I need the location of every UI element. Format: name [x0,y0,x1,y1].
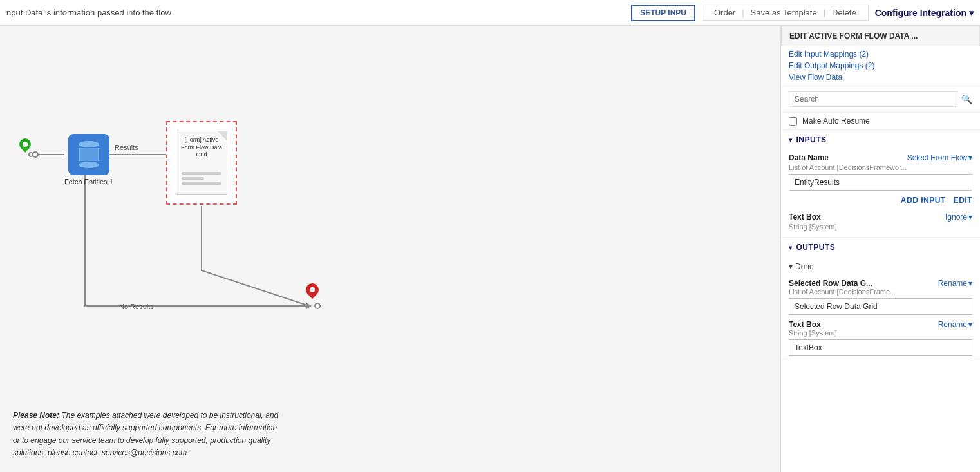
fetch-entities-label: Fetch Entities 1 [64,178,113,185]
right-panel: EDIT ACTIVE FORM FLOW DATA ... Edit Inpu… [780,26,980,472]
data-name-label: Data Name [789,153,829,162]
text-box2-output-row: Text Box Rename ▾ String [System] [781,317,980,359]
outputs-chevron-icon: ▾ [789,244,793,251]
search-icon: 🔍 [961,94,972,104]
add-edit-row: ADD INPUT EDIT [781,194,980,209]
select-from-flow-button[interactable]: Select From Flow ▾ [907,153,972,162]
fetch-entities-node[interactable]: Fetch Entities 1 [64,134,113,185]
text-box-input-row: Text Box Ignore ▾ String [System] [781,209,980,237]
inputs-section-header[interactable]: ▾ INPUTS [781,130,980,149]
red-pin-icon [306,283,321,303]
fetch-entities-icon [68,134,109,175]
done-subsection: ▾ Done [781,257,980,276]
inputs-section-label: INPUTS [796,135,827,144]
make-auto-resume-label: Make Auto Resume [802,117,870,126]
data-sublabel: List of Account [DecisionsFramewor... [789,164,972,171]
chevron-down-icon: ▾ [968,279,972,288]
data-name-row: Data Name Select From Flow ▾ List of Acc… [781,149,980,194]
flow-svg [0,26,780,472]
configure-integration-button[interactable]: Configure Integration ▾ [875,8,974,18]
edit-active-form-button[interactable]: EDIT ACTIVE FORM FLOW DATA ... [781,26,980,46]
results-label: Results [115,144,138,151]
selected-row-label: Selected Row Data G... [789,279,872,288]
delete-menu-item[interactable]: Delete [825,5,863,20]
start-connector-dot [28,152,33,157]
chevron-down-icon: ▾ [969,8,974,18]
end-node [306,283,321,303]
save-as-template-menu-item[interactable]: Save as Template [744,5,824,20]
main-layout: Fetch Entities 1 Results [Form] Active F… [0,26,980,472]
top-bar: nput Data is information passed into the… [0,0,980,26]
text-box-label: Text Box [789,212,821,222]
inputs-section: ▾ INPUTS Data Name Select From Flow ▾ Li… [781,130,980,238]
selected-row-rename-button[interactable]: Rename ▾ [938,279,972,288]
text-box2-rename-row: Text Box Rename ▾ [789,320,972,329]
chevron-down-icon: ▾ [968,320,972,329]
text-box-sublabel: String [System] [789,223,972,231]
svg-marker-4 [306,303,312,309]
text-box2-input[interactable] [789,339,972,356]
setup-input-button[interactable]: SETUP INPU [631,5,695,21]
form-node-lines [179,169,224,187]
outputs-section-label: OUTPUTS [796,243,836,252]
chevron-down-icon: ▾ [968,153,972,162]
end-connector-dot [314,303,321,309]
top-bar-info: nput Data is information passed into the… [6,8,625,17]
top-menu: Order | Save as Template | Delete [702,5,869,21]
database-icon [79,141,99,168]
form-node-label: [Form] Active Form Flow Data Grid [179,135,224,160]
note-bold: Please Note: [13,411,59,420]
done-subsection-header[interactable]: ▾ Done [789,260,972,274]
chevron-down-icon: ▾ [968,212,972,222]
panel-search: 🔍 [781,86,980,113]
edit-input-mappings-link[interactable]: Edit Input Mappings (2) [789,50,972,59]
search-input[interactable] [789,91,957,107]
ignore-button[interactable]: Ignore ▾ [945,212,972,222]
selected-row-sublabel: List of Account [DecisionsFrame... [789,288,972,296]
form-node[interactable]: [Form] Active Form Flow Data Grid [166,121,237,205]
text-box-label-row: Text Box Ignore ▾ [789,212,972,222]
canvas-area: Fetch Entities 1 Results [Form] Active F… [0,26,780,472]
done-chevron-icon: ▾ [789,262,793,271]
form-node-inner: [Form] Active Form Flow Data Grid [176,131,227,195]
edit-button[interactable]: EDIT [954,196,972,205]
text-box2-label: Text Box [789,320,821,329]
selected-row-output-row: Selected Row Data G... Rename ▾ List of … [781,276,980,317]
make-auto-resume-row: Make Auto Resume [781,113,980,130]
outputs-section: ▾ OUTPUTS ▾ Done Selected Row Data G... … [781,238,980,359]
order-menu-item[interactable]: Order [708,5,742,20]
view-flow-data-link[interactable]: View Flow Data [789,73,972,82]
add-input-button[interactable]: ADD INPUT [901,196,946,205]
data-name-input[interactable] [789,174,972,191]
data-name-label-row: Data Name Select From Flow ▾ [789,153,972,162]
edit-output-mappings-link[interactable]: Edit Output Mappings (2) [789,61,972,70]
make-auto-resume-checkbox[interactable] [789,117,797,126]
selected-row-rename-row: Selected Row Data G... Rename ▾ [789,279,972,288]
text-box2-sublabel: String [System] [789,329,972,337]
text-box2-rename-button[interactable]: Rename ▾ [938,320,972,329]
panel-links: Edit Input Mappings (2) Edit Output Mapp… [781,46,980,86]
inputs-chevron-icon: ▾ [789,137,793,144]
done-label: Done [795,262,814,271]
selected-row-input[interactable] [789,298,972,315]
canvas-note: Please Note: The examples attached were … [13,410,283,459]
no-results-label: No Results [119,303,154,310]
outputs-section-header[interactable]: ▾ OUTPUTS [781,238,980,257]
